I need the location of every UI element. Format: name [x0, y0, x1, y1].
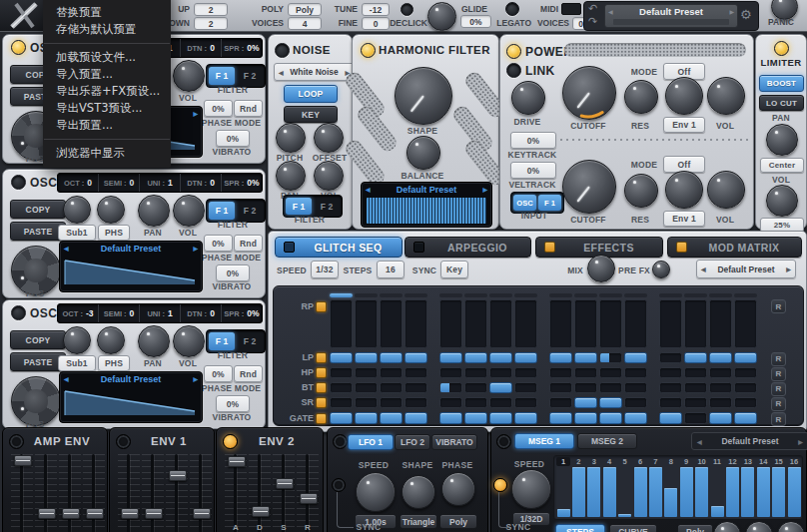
seq-prefx-knob[interactable] — [652, 261, 670, 278]
osc2-pan-knob[interactable] — [138, 195, 170, 227]
lfo-speed-knob[interactable] — [356, 472, 396, 512]
seq-cell-hp-16[interactable] — [734, 367, 757, 378]
limiter-vol-knob[interactable] — [766, 185, 798, 217]
seq-cell-gate-8[interactable] — [514, 412, 537, 424]
seq-cell-gate-7[interactable] — [489, 412, 512, 424]
menu-item[interactable]: 导入预置... — [43, 66, 171, 83]
power-cutoff2-knob[interactable] — [562, 160, 616, 214]
env-slider-r[interactable] — [190, 454, 212, 532]
seq-cell-lp-14[interactable] — [684, 352, 707, 363]
env-slider-handle[interactable] — [300, 493, 318, 504]
osc2-vol-knob[interactable] — [173, 195, 205, 227]
seq-cell-gate-5[interactable] — [439, 412, 462, 424]
seq-rp-indicator[interactable] — [464, 293, 487, 297]
seq-cell-rp-1[interactable] — [330, 299, 353, 348]
seq-cell-lp-2[interactable] — [355, 352, 378, 363]
lfo-phase-knob[interactable] — [441, 472, 475, 506]
seq-cell-bt-6[interactable] — [464, 382, 487, 393]
mseg-bar-4[interactable] — [603, 467, 616, 517]
env-slider-r[interactable] — [83, 454, 105, 532]
osc2-f2-button[interactable]: F 2 — [237, 202, 263, 220]
limiter-pan-value[interactable]: Center — [760, 158, 804, 173]
seq-cell-rp-15[interactable] — [709, 299, 732, 348]
glide-value[interactable]: 0% — [460, 15, 491, 28]
seq-speed-value[interactable]: 1/32 — [311, 261, 339, 278]
mseg-knob-3[interactable] — [777, 521, 805, 532]
mseg-bar-10[interactable] — [695, 467, 708, 517]
power-vol2-knob[interactable] — [707, 171, 745, 209]
menu-item[interactable]: 加载预设文件... — [43, 49, 171, 66]
noise-f2-button[interactable]: F 2 — [314, 198, 340, 215]
power-vol1-knob[interactable] — [707, 77, 745, 115]
seq-cell-bt-8[interactable] — [514, 382, 537, 393]
seq-cell-gate-4[interactable] — [404, 412, 427, 424]
limiter-boost-button[interactable]: BOOST — [759, 75, 804, 92]
up-value[interactable]: 2 — [194, 3, 228, 16]
seq-rp-indicator[interactable] — [549, 293, 572, 297]
tab-mseg1[interactable]: MSEG 1 — [514, 433, 574, 449]
osc1-f1-button[interactable]: F 1 — [209, 67, 235, 85]
noise-prev-icon[interactable]: ◀ — [279, 69, 284, 76]
osc3-uni-value[interactable]: 1 — [168, 308, 173, 318]
env-slider-handle[interactable] — [228, 456, 246, 467]
seq-rp-indicator[interactable] — [734, 293, 757, 297]
seq-cell-rp-5[interactable] — [439, 299, 462, 348]
power-veltrack-value[interactable]: 0% — [510, 162, 556, 179]
seq-cell-rp-9[interactable] — [549, 299, 572, 348]
seq-row-enable-rp[interactable] — [316, 301, 327, 312]
seq-cell-bt-1[interactable] — [330, 382, 353, 393]
glitch-led-icon[interactable] — [284, 242, 295, 253]
seq-row-enable-gate[interactable] — [316, 413, 327, 424]
seq-cell-bt-13[interactable] — [659, 382, 682, 393]
seq-cell-hp-6[interactable] — [464, 367, 487, 378]
seq-cell-sr-1[interactable] — [330, 397, 353, 408]
mseg-bar-5[interactable] — [618, 514, 631, 518]
osc2-phase-value[interactable]: 0% — [204, 235, 233, 252]
seq-cell-lp-15[interactable] — [709, 352, 732, 363]
seq-cell-gate-3[interactable] — [380, 412, 403, 424]
osc3-sub-button[interactable]: Sub1 — [58, 355, 96, 371]
link-led[interactable] — [506, 63, 521, 78]
seq-cell-lp-8[interactable] — [514, 352, 537, 363]
seq-cell-bt-15[interactable] — [709, 382, 732, 393]
seq-cell-rp-11[interactable] — [599, 299, 622, 348]
seq-cell-gate-10[interactable] — [574, 412, 597, 424]
seq-cell-bt-5[interactable] — [439, 382, 462, 393]
menu-item[interactable]: 浏览器中显示 — [43, 145, 171, 162]
seq-steps-value[interactable]: 16 — [377, 261, 404, 278]
seq-row-enable-sr[interactable] — [316, 397, 327, 408]
mseg-bar-6[interactable] — [634, 467, 647, 517]
seq-cell-lp-12[interactable] — [624, 352, 647, 363]
seq-cell-hp-14[interactable] — [684, 367, 707, 378]
osc1-f2-button[interactable]: F 2 — [237, 67, 263, 85]
osc1-vibrato-value[interactable]: 0% — [216, 130, 250, 147]
harmonic-display[interactable]: ◀Default Preset▶ — [361, 182, 492, 228]
tab-arpeggio[interactable]: ARPEGGIO — [404, 237, 531, 258]
seq-cell-sr-15[interactable] — [709, 397, 732, 408]
seq-cell-gate-9[interactable] — [549, 412, 572, 424]
osc3-wave-display[interactable]: ◀Default Preset▶ — [59, 371, 203, 423]
env-slider-a[interactable] — [225, 454, 247, 532]
mseg-bar-1[interactable] — [557, 509, 570, 517]
osc3-spr-value[interactable]: 0% — [247, 308, 259, 318]
osc3-oct-value[interactable]: -3 — [86, 308, 94, 318]
mseg-preset-next-icon[interactable]: ▶ — [798, 438, 803, 445]
mseg-bar-11[interactable] — [711, 506, 724, 517]
power-led[interactable] — [506, 44, 521, 59]
osc2-spr-value[interactable]: 0% — [247, 178, 259, 188]
osc2-uni-value[interactable]: 1 — [168, 178, 173, 188]
osc1-preset-next-icon[interactable]: ▶ — [193, 110, 198, 117]
tune-value[interactable]: -12 — [362, 3, 390, 16]
mseg-bar-9[interactable] — [680, 467, 693, 517]
power-env1-select[interactable]: Env 1 — [663, 117, 705, 133]
seq-cell-bt-14[interactable] — [684, 382, 707, 393]
tab-lfo2[interactable]: LFO 2 — [395, 434, 430, 450]
power-env1-knob[interactable] — [665, 77, 703, 115]
seq-cell-sr-13[interactable] — [659, 397, 682, 408]
noise-loop-button[interactable]: LOOP — [284, 85, 338, 103]
osc2-phs-button[interactable]: PHS — [98, 225, 130, 241]
noise-type-select[interactable]: ◀ White Noise ▶ — [274, 63, 355, 81]
osc1-led[interactable] — [11, 40, 26, 55]
osc3-vibrato-value[interactable]: 0% — [216, 395, 250, 412]
noise-f1-button[interactable]: F 1 — [286, 198, 312, 215]
